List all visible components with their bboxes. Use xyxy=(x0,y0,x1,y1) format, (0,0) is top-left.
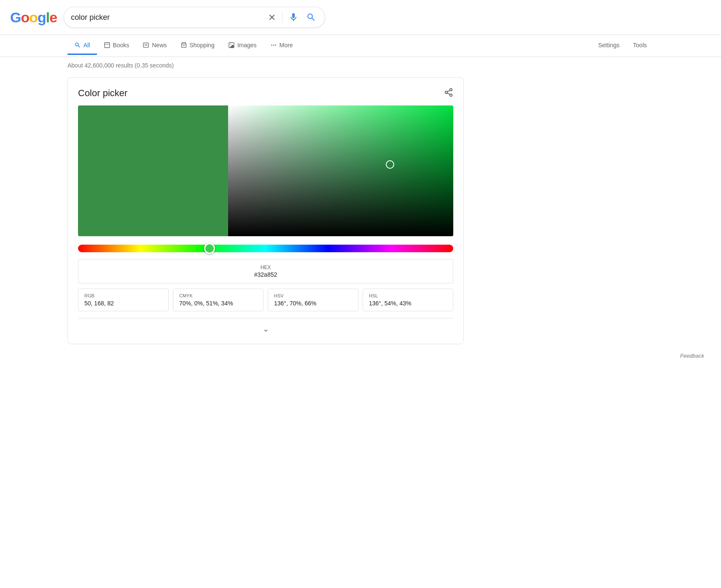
hex-label: HEX xyxy=(85,264,446,270)
hsl-box[interactable]: HSL 136°, 54%, 43% xyxy=(363,289,453,311)
navigation: All Books News Shopping Images xyxy=(0,35,721,57)
news-nav-icon xyxy=(143,42,149,49)
hsl-label: HSL xyxy=(369,293,447,298)
nav-item-all[interactable]: All xyxy=(67,37,97,55)
svg-rect-0 xyxy=(105,43,110,48)
search-bar-container xyxy=(64,7,325,28)
svg-point-6 xyxy=(230,44,231,45)
rgb-label: RGB xyxy=(84,293,162,298)
divider xyxy=(282,12,282,22)
cmyk-value: 70%, 0%, 51%, 34% xyxy=(179,300,257,307)
books-nav-icon xyxy=(104,42,110,49)
hex-input-box[interactable]: HEX #32a852 xyxy=(78,259,453,283)
main-content: Color picker HEX xyxy=(0,74,721,348)
more-nav-icon xyxy=(270,42,277,49)
feedback-link[interactable]: Feedback xyxy=(0,348,721,364)
images-nav-icon xyxy=(228,42,235,49)
svg-point-8 xyxy=(273,45,274,46)
search-bar-icons xyxy=(266,11,318,24)
search-button[interactable] xyxy=(304,11,318,24)
microphone-icon xyxy=(288,12,299,22)
search-bar xyxy=(64,7,325,28)
cmyk-label: CMYK xyxy=(179,293,257,298)
nav-more-label: More xyxy=(280,42,293,49)
results-count-text: About 42,600,000 results (0.35 seconds) xyxy=(67,62,174,69)
rgb-value: 50, 168, 82 xyxy=(84,300,162,307)
nav-item-books[interactable]: Books xyxy=(97,37,136,55)
nav-item-more[interactable]: More xyxy=(264,37,300,55)
svg-point-7 xyxy=(271,45,272,46)
results-count: About 42,600,000 results (0.35 seconds) xyxy=(0,57,721,74)
feedback-label: Feedback xyxy=(680,353,704,359)
nav-tools-label: Tools xyxy=(633,42,647,49)
nav-right: Settings Tools xyxy=(592,37,654,55)
card-title: Color picker xyxy=(78,88,453,99)
color-values-grid: RGB 50, 168, 82 CMYK 70%, 0%, 51%, 34% H… xyxy=(78,289,453,311)
color-picker-area[interactable] xyxy=(78,105,453,236)
rgb-box[interactable]: RGB 50, 168, 82 xyxy=(78,289,169,311)
nav-books-label: Books xyxy=(113,42,129,49)
gradient-canvas xyxy=(228,105,453,236)
search-icon xyxy=(306,12,316,22)
expand-button[interactable]: ⌄ xyxy=(263,324,269,334)
nav-item-tools[interactable]: Tools xyxy=(626,37,654,55)
hsl-value: 136°, 54%, 43% xyxy=(369,300,447,307)
nav-shopping-label: Shopping xyxy=(190,42,215,49)
nav-item-images[interactable]: Images xyxy=(221,37,264,55)
voice-search-button[interactable] xyxy=(287,11,300,24)
hue-handle[interactable] xyxy=(204,243,215,254)
hsv-value: 136°, 70%, 66% xyxy=(274,300,352,307)
svg-rect-2 xyxy=(143,43,148,48)
chevron-down-icon: ⌄ xyxy=(263,325,269,333)
nav-images-label: Images xyxy=(237,42,257,49)
svg-point-9 xyxy=(275,45,276,46)
search-input[interactable] xyxy=(71,13,262,22)
color-gradient[interactable] xyxy=(228,105,453,236)
cmyk-box[interactable]: CMYK 70%, 0%, 51%, 34% xyxy=(173,289,264,311)
hex-value: #32a852 xyxy=(85,271,446,278)
share-button[interactable] xyxy=(442,86,455,99)
hsv-box[interactable]: HSV 136°, 70%, 66% xyxy=(268,289,358,311)
shopping-nav-icon xyxy=(180,42,187,49)
svg-point-12 xyxy=(450,94,452,97)
color-picker-card: Color picker HEX xyxy=(67,77,464,344)
hue-slider-container xyxy=(78,245,453,252)
nav-item-settings[interactable]: Settings xyxy=(592,37,627,55)
share-icon xyxy=(444,88,453,97)
svg-line-14 xyxy=(447,90,450,92)
google-logo[interactable]: Google xyxy=(10,9,57,26)
nav-settings-label: Settings xyxy=(598,42,620,49)
search-nav-icon xyxy=(74,42,81,49)
color-swatch xyxy=(78,105,228,236)
nav-all-label: All xyxy=(83,42,90,49)
svg-line-13 xyxy=(447,93,450,94)
nav-item-shopping[interactable]: Shopping xyxy=(174,37,221,55)
close-icon xyxy=(268,13,276,22)
nav-item-news[interactable]: News xyxy=(136,37,173,55)
clear-search-button[interactable] xyxy=(266,11,278,23)
header: Google xyxy=(0,0,721,35)
svg-point-10 xyxy=(450,89,452,91)
nav-news-label: News xyxy=(152,42,167,49)
expand-row: ⌄ xyxy=(78,318,453,334)
hsv-label: HSV xyxy=(274,293,352,298)
hue-slider-track[interactable] xyxy=(78,245,453,252)
svg-point-11 xyxy=(445,91,448,94)
